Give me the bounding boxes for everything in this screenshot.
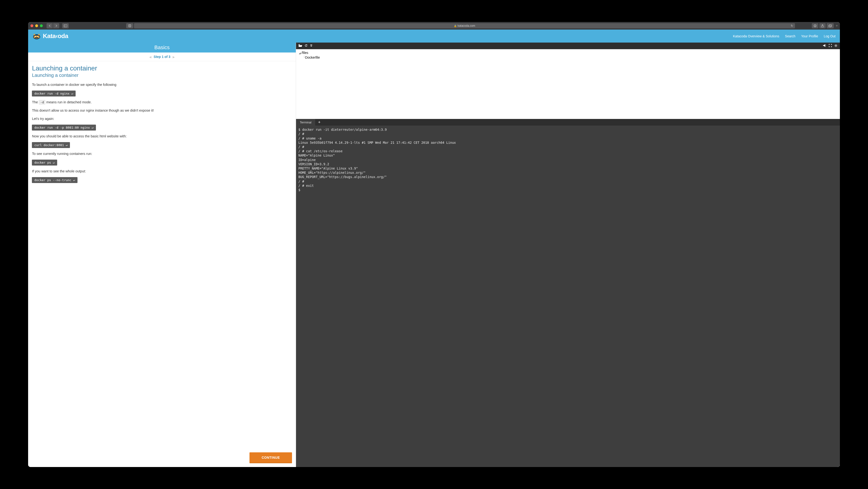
lesson-text: If you want to see the whole output:: [32, 169, 292, 174]
section-title: Basics: [28, 42, 296, 53]
reader-button[interactable]: [126, 23, 133, 28]
code-block[interactable]: docker run -d -p 8081:80 nginx ↵: [32, 125, 96, 131]
nav-logout[interactable]: Log Out: [824, 34, 836, 38]
lesson-text: This doesn't allow us to access our ngin…: [32, 108, 292, 113]
lesson-text: Now you should be able to access the bas…: [32, 134, 292, 139]
terminal-tab[interactable]: Terminal: [296, 119, 315, 125]
tabs-button[interactable]: [827, 23, 834, 28]
lesson-subtitle: Launching a container: [32, 73, 292, 78]
share-button[interactable]: [819, 23, 826, 28]
lesson-text: To launch a container in docker we speci…: [32, 82, 292, 87]
next-step-icon[interactable]: ▶: [173, 56, 175, 58]
code-block[interactable]: docker ps ↵: [32, 160, 57, 166]
lesson-pane: Basics ◀ Step 1 of 3 ▶ Launching a conta…: [28, 42, 296, 467]
url-text: katacoda.com: [458, 24, 475, 27]
inline-code: -d: [39, 100, 45, 105]
code-block[interactable]: docker ps --no-trunc ↵: [32, 177, 77, 183]
back-button[interactable]: [46, 23, 53, 28]
minimize-window-button[interactable]: [35, 24, 38, 27]
katacoda-header: Kata‹oda Katacoda Overview & Solutions S…: [28, 30, 840, 42]
nav-profile[interactable]: Your Profile: [801, 34, 818, 38]
nav-buttons: [46, 23, 59, 28]
fullscreen-icon[interactable]: [829, 44, 832, 48]
code-block[interactable]: docker run -d nginx ↵: [32, 91, 75, 96]
svg-rect-13: [35, 37, 38, 38]
add-terminal-button[interactable]: +: [315, 120, 323, 125]
refresh-icon[interactable]: [305, 44, 308, 48]
tree-file[interactable]: └Dockerfile: [303, 55, 837, 60]
editor-pane: ◢/files └Dockerfile Terminal + $ docker …: [296, 42, 840, 467]
url-bar[interactable]: 🔒 katacoda.com ↻: [134, 23, 795, 28]
main-area: Basics ◀ Step 1 of 3 ▶ Launching a conta…: [28, 42, 840, 467]
code-block[interactable]: curl docker:8081 ↵: [32, 142, 70, 148]
step-label: Step 1 of 3: [154, 55, 170, 59]
folder-open-icon[interactable]: [299, 44, 302, 48]
gear-icon[interactable]: [834, 44, 838, 48]
file-toolbar: [296, 42, 840, 49]
sidebar-toggle-button[interactable]: [62, 23, 69, 28]
forward-button[interactable]: [53, 23, 59, 28]
close-window-button[interactable]: [30, 24, 33, 27]
prev-step-icon[interactable]: ◀: [149, 56, 151, 58]
logo-text: Kata‹oda: [43, 32, 68, 40]
svg-rect-0: [64, 25, 67, 27]
continue-button[interactable]: CONTINUE: [249, 452, 292, 463]
lock-icon: 🔒: [454, 25, 457, 27]
nav-overview[interactable]: Katacoda Overview & Solutions: [733, 34, 779, 38]
reload-icon[interactable]: ↻: [791, 24, 793, 27]
main-nav: Katacoda Overview & Solutions Search You…: [733, 34, 835, 38]
downloads-button[interactable]: [812, 23, 818, 28]
step-nav: ◀ Step 1 of 3 ▶: [28, 53, 296, 61]
file-tree: ◢/files └Dockerfile: [296, 49, 840, 119]
svg-point-14: [835, 45, 836, 46]
terminal-tabs: Terminal +: [296, 119, 840, 125]
svg-rect-9: [829, 25, 832, 27]
tree-root[interactable]: ◢/files: [299, 51, 837, 55]
nav-search[interactable]: Search: [785, 34, 796, 38]
lesson-text: The -d means run in detached mode.: [32, 100, 292, 105]
lesson-text: To see currently running containers run:: [32, 151, 292, 156]
terminal-output[interactable]: $ docker run -it dieterreuter/alpine-arm…: [296, 125, 840, 467]
maximize-window-button[interactable]: [40, 24, 43, 27]
browser-window: 🔒 katacoda.com ↻ +: [28, 22, 840, 467]
lesson-title: Launching a container: [32, 64, 292, 72]
new-tab-button[interactable]: +: [836, 24, 838, 28]
browser-titlebar: 🔒 katacoda.com ↻ +: [28, 22, 840, 30]
svg-rect-8: [829, 25, 831, 27]
lesson-text: Let's try again:: [32, 116, 292, 121]
svg-point-12: [37, 36, 38, 37]
logo[interactable]: Kata‹oda: [32, 32, 68, 40]
megaphone-icon[interactable]: [823, 44, 827, 48]
katacoda-logo-icon: [32, 33, 41, 40]
svg-point-11: [35, 36, 36, 37]
tree-toggle-icon[interactable]: ◢: [299, 52, 301, 54]
lesson-content: Launching a container Launching a contai…: [28, 61, 296, 451]
chevron-double-down-icon[interactable]: [310, 44, 313, 48]
traffic-lights: [30, 24, 43, 27]
